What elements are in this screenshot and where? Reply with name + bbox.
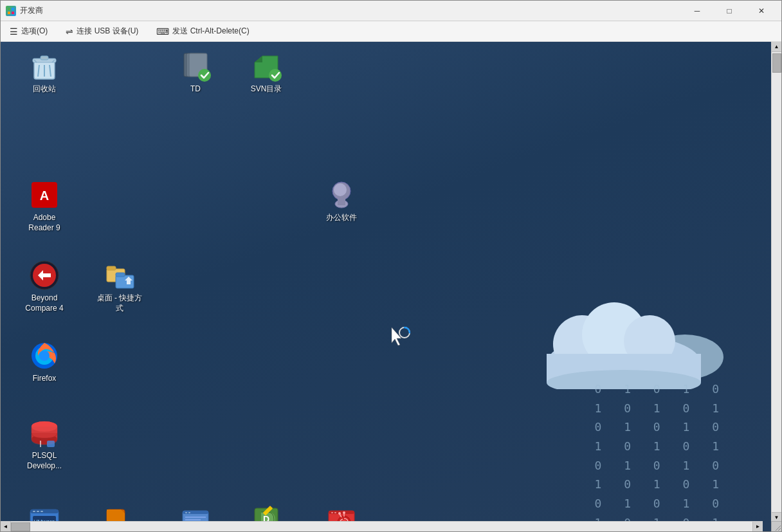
svn-image	[251, 51, 282, 82]
svg-rect-6	[41, 56, 48, 60]
svg-point-62	[338, 512, 341, 515]
adobe-label: AdobeReader 9	[28, 213, 60, 233]
icon-svn[interactable]: SVN目录	[234, 48, 298, 97]
svg-text:A: A	[40, 188, 49, 203]
menu-ctrlaltdel[interactable]: ⌨ 发送 Ctrl-Alt-Delete(C)	[152, 23, 253, 39]
td-label: TD	[190, 84, 201, 95]
svg-rect-38	[33, 511, 35, 512]
titlebar: 开发商 ─ □ ✕	[1, 1, 781, 21]
firefox-label: Firefox	[33, 374, 57, 384]
svg-rect-20	[338, 199, 345, 205]
icon-adobe[interactable]: A AdobeReader 9	[12, 177, 77, 235]
svn-label: SVN目录	[251, 84, 282, 95]
plsql-image	[29, 417, 60, 448]
scrollbar-vertical: ▲ ▼	[771, 42, 781, 522]
scrollbar-horizontal: ◄ ►	[1, 521, 763, 531]
window-controls: ─ □ ✕	[682, 1, 776, 21]
menubar: ☰ 选项(O) ⇌ 连接 USB 设备(U) ⌨ 发送 Ctrl-Alt-Del…	[1, 21, 781, 42]
icon-recycle-bin[interactable]: 回收站	[12, 48, 77, 97]
svg-point-63	[343, 511, 345, 514]
cursor-area	[386, 325, 412, 353]
scrollbar-left-button[interactable]: ◄	[1, 522, 11, 532]
usb-icon: ⇌	[66, 26, 73, 37]
resize-corner[interactable]	[771, 521, 781, 531]
usb-label: 连接 USB 设备(U)	[77, 26, 138, 37]
binary-line-1: 0 1 0 1 0	[594, 380, 727, 399]
firefox-image	[29, 340, 60, 371]
beyond-compare-label: BeyondCompare 4	[25, 293, 63, 313]
options-label: 选项(O)	[21, 26, 48, 37]
svg-rect-24	[107, 266, 116, 270]
close-button[interactable]: ✕	[747, 1, 776, 21]
main-window: 开发商 ─ □ ✕ ☰ 选项(O) ⇌ 连接 USB 设备(U) ⌨ 发送 Ct…	[0, 0, 782, 532]
scrollbar-right-button[interactable]: ►	[752, 522, 763, 532]
icon-office[interactable]: 办公软件	[309, 177, 374, 226]
minimize-button[interactable]: ─	[682, 1, 712, 21]
svg-rect-56	[334, 512, 336, 513]
svg-line-72	[776, 526, 781, 531]
ctrlaltdel-label: 发送 Ctrl-Alt-Delete(C)	[172, 26, 249, 37]
svg-rect-1	[12, 8, 14, 10]
office-image	[326, 179, 357, 210]
cloud-decoration	[524, 286, 730, 392]
binary-line-6: 1 0 1 0 1	[594, 475, 727, 494]
scrollbar-up-button[interactable]: ▲	[772, 42, 782, 52]
svg-rect-35	[47, 441, 55, 447]
menu-options[interactable]: ☰ 选项(O)	[6, 23, 51, 39]
menu-usb[interactable]: ⇌ 连接 USB 设备(U)	[62, 23, 142, 39]
icon-beyond-compare[interactable]: BeyondCompare 4	[12, 257, 77, 316]
binary-rain: 0 1 0 1 0 1 0 1 0 1 0 1 0 1 0 1 0 1 0 1 …	[594, 380, 727, 531]
desktop-shortcut-image	[104, 260, 135, 291]
svg-point-14	[269, 69, 282, 82]
td-image	[180, 51, 211, 82]
binary-line-2: 1 0 1 0 1	[594, 399, 727, 418]
scrollbar-thumb[interactable]	[772, 53, 781, 73]
svg-rect-0	[8, 8, 10, 10]
svg-point-18	[334, 183, 347, 196]
svg-rect-26	[116, 273, 125, 277]
window-title: 开发商	[20, 5, 682, 16]
icon-td[interactable]: TD	[163, 48, 228, 97]
desktop-shortcut-label: 桌面 - 快捷方式	[97, 293, 143, 313]
icon-firefox[interactable]: Firefox	[12, 338, 77, 387]
svg-rect-48	[185, 512, 187, 513]
binary-line-7: 0 1 0 1 0	[594, 494, 727, 513]
svg-rect-34	[32, 427, 57, 433]
binary-line-5: 0 1 0 1 0	[594, 456, 727, 475]
scrollbar-hthumb[interactable]	[11, 522, 30, 531]
icon-plsql[interactable]: PLSQLDevelop...	[12, 415, 77, 473]
adobe-image: A	[29, 179, 60, 210]
recycle-bin-label: 回收站	[33, 84, 56, 95]
svg-point-13	[198, 69, 211, 82]
recycle-bin-image	[29, 51, 60, 82]
content-area: 回收站 TD	[1, 42, 781, 531]
window-icon	[6, 6, 16, 16]
desktop: 回收站 TD	[1, 42, 781, 531]
options-icon: ☰	[10, 26, 18, 37]
plsql-label: PLSQLDevelop...	[27, 451, 62, 471]
beyond-compare-image	[29, 260, 60, 291]
binary-line-3: 0 1 0 1 0	[594, 417, 727, 437]
office-label: 办公软件	[326, 213, 357, 223]
svg-rect-40	[41, 511, 43, 512]
svg-rect-2	[8, 12, 10, 14]
binary-line-4: 1 0 1 0 1	[594, 437, 727, 456]
keyboard-icon: ⌨	[156, 26, 169, 37]
svg-point-29	[39, 351, 50, 361]
svg-rect-3	[12, 12, 14, 14]
svg-rect-49	[188, 512, 190, 513]
maximize-button[interactable]: □	[714, 1, 744, 21]
svg-rect-55	[331, 512, 333, 513]
svg-rect-39	[37, 511, 39, 512]
svg-line-73	[778, 528, 781, 531]
svg-rect-25	[116, 275, 134, 288]
icon-desktop-shortcut[interactable]: 桌面 - 快捷方式	[87, 257, 152, 316]
